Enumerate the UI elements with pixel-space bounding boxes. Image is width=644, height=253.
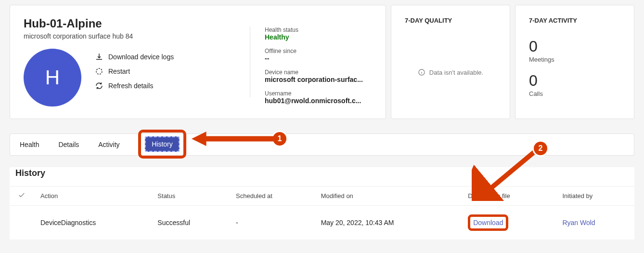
calls-label: Calls [529, 90, 620, 97]
annotation-highlight-download: Download [468, 214, 508, 231]
quality-no-data: Data isn't available. [405, 39, 496, 106]
col-action[interactable]: Action [34, 186, 151, 206]
col-status[interactable]: Status [151, 186, 229, 206]
offline-since-label: Offline since [265, 48, 372, 54]
tab-health[interactable]: Health [10, 134, 49, 155]
download-icon [95, 53, 103, 61]
col-initiated[interactable]: Initiated by [555, 186, 634, 206]
cell-scheduled: - [229, 206, 314, 240]
restart-label: Restart [108, 67, 130, 75]
history-table: Action Status Scheduled at Modified on D… [10, 186, 634, 240]
tab-history[interactable]: History [145, 136, 180, 152]
health-status-value: Healthy [265, 33, 372, 41]
device-name-label: Device name [265, 69, 372, 76]
svg-point-0 [96, 68, 102, 74]
meetings-label: Meetings [529, 56, 620, 63]
offline-since-value: -- [265, 54, 372, 62]
quality-card: 7-DAY QUALITY Data isn't available. [391, 5, 510, 119]
cell-action: DeviceDiagnostics [34, 206, 151, 240]
tab-details[interactable]: Details [49, 134, 89, 155]
refresh-details-button[interactable]: Refresh details [95, 81, 174, 90]
history-section: History Action Status Scheduled at Modif… [10, 167, 634, 240]
quality-no-data-text: Data isn't available. [429, 69, 483, 76]
download-device-logs-label: Download device logs [108, 53, 174, 61]
download-link[interactable]: Download [473, 219, 503, 226]
select-all-checkbox[interactable] [10, 186, 34, 206]
info-icon [418, 68, 425, 76]
meetings-count: 0 [529, 39, 620, 54]
checkmark-icon [18, 191, 26, 199]
download-device-logs-button[interactable]: Download device logs [95, 53, 174, 61]
quality-card-header: 7-DAY QUALITY [405, 17, 496, 24]
device-avatar: H [24, 49, 81, 107]
activity-card-header: 7-DAY ACTIVITY [529, 17, 620, 24]
device-name-value: microsoft corporation-surfac... [265, 76, 372, 83]
restart-icon [95, 67, 103, 76]
device-summary-card: Hub-01-Alpine microsoft corporation surf… [10, 5, 386, 119]
tab-bar: Health Details Activity [10, 133, 634, 156]
initiated-by-link[interactable]: Ryan Wold [562, 219, 595, 226]
tab-activity[interactable]: Activity [89, 134, 129, 155]
restart-button[interactable]: Restart [95, 67, 174, 76]
calls-count: 0 [529, 73, 620, 88]
activity-card: 7-DAY ACTIVITY 0 Meetings 0 Calls [515, 5, 634, 119]
refresh-icon [95, 81, 103, 90]
history-section-title: History [10, 167, 634, 186]
col-scheduled[interactable]: Scheduled at [229, 186, 314, 206]
vertical-divider [250, 27, 250, 97]
col-diagnostics[interactable]: Diagnostics file [461, 186, 555, 206]
col-modified[interactable]: Modified on [314, 186, 462, 206]
health-status-label: Health status [265, 27, 372, 33]
device-subtitle: microsoft corporation surface hub 84 [24, 32, 235, 40]
device-title: Hub-01-Alpine [24, 17, 235, 30]
username-label: Username [265, 90, 372, 97]
cell-modified: May 20, 2022, 10:43 AM [314, 206, 462, 240]
refresh-details-label: Refresh details [108, 82, 153, 90]
table-row[interactable]: DeviceDiagnostics Successful - May 20, 2… [10, 206, 634, 240]
username-value: hub01@rwold.onmicrosoft.c... [265, 97, 372, 105]
cell-status: Successful [151, 206, 229, 240]
